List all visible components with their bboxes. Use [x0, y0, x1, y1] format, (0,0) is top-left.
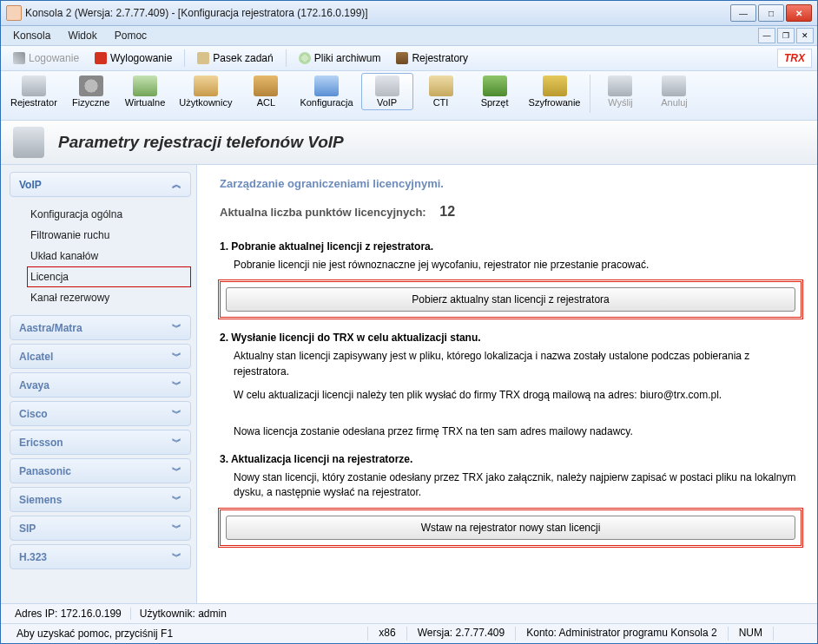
config-icon	[314, 76, 339, 96]
sidebar-item-filtrowanie-ruchu[interactable]: Filtrowanie ruchu	[27, 225, 191, 246]
menu-konsola[interactable]: Konsola	[4, 28, 59, 43]
status-numlock: NUM	[729, 627, 773, 641]
chevron-down-icon: ︾	[172, 550, 181, 563]
tab-rejestrator[interactable]: Rejestrator	[4, 73, 63, 110]
info-user: Użytkownik: admin	[131, 608, 235, 620]
sidebar-group-voip[interactable]: VoIP ︽	[10, 172, 191, 197]
maximize-button[interactable]: □	[758, 4, 784, 22]
content-area: Zarządzanie ograniczeniami licencyjnymi.…	[197, 165, 817, 603]
chevron-down-icon: ︾	[172, 350, 181, 363]
sidebar-item-licencja[interactable]: Licencja	[27, 266, 191, 287]
sidebar-group-alcatel[interactable]: Alcatel︾	[10, 344, 191, 369]
toolbar-primary: Logowanie Wylogowanie Pasek zadań Pliki …	[1, 46, 817, 71]
sidebar: VoIP ︽ Konfiguracja ogólna Filtrowanie r…	[1, 165, 197, 603]
tab-konfiguracja[interactable]: Konfiguracja	[294, 73, 359, 110]
chevron-down-icon: ︾	[172, 321, 181, 334]
stop-icon	[95, 52, 107, 64]
sidebar-group-aastra[interactable]: Aastra/Matra︾	[10, 315, 191, 340]
tab-uzytkownicy[interactable]: Użytkownicy	[173, 73, 238, 110]
users-icon	[194, 76, 218, 96]
sidebar-group-avaya[interactable]: Avaya︾	[10, 372, 191, 398]
separator	[590, 75, 590, 113]
license-count-value: 12	[439, 204, 455, 220]
highlight-frame: Wstaw na rejestrator nowy stan licencji	[220, 509, 802, 546]
mdi-minimize-button[interactable]: —	[758, 28, 775, 43]
tab-acl[interactable]: ACL	[240, 73, 292, 110]
menu-widok[interactable]: Widok	[59, 28, 105, 43]
status-bar: Aby uzyskać pomoc, przyciśnij F1 x86 Wer…	[1, 623, 817, 643]
sidebar-item-konfiguracja-ogolna[interactable]: Konfiguracja ogólna	[27, 204, 191, 225]
chevron-down-icon: ︾	[172, 493, 181, 506]
content-subtitle: Zarządzanie ograniczeniami licencyjnymi.	[220, 177, 802, 190]
sidebar-group-ericsson[interactable]: Ericsson︾	[10, 430, 191, 455]
logout-button[interactable]: Wylogowanie	[88, 50, 179, 66]
close-button[interactable]: ✕	[786, 4, 812, 22]
status-resize-grip[interactable]	[774, 627, 812, 641]
sidebar-item-uklad-kanalow[interactable]: Układ kanałów	[27, 246, 191, 266]
recorder-icon	[22, 76, 46, 96]
tab-voip[interactable]: VoIP	[361, 73, 413, 110]
sidebar-item-kanal-rezerwowy[interactable]: Kanał rezerwowy	[27, 287, 191, 308]
section-text: Aktualny stan licencji zapisywany jest w…	[234, 349, 802, 379]
taskbar-button[interactable]: Pasek zadań	[190, 50, 280, 66]
section-title: 2. Wysłanie licencji do TRX w celu aktua…	[220, 332, 802, 344]
toolbar-secondary: Rejestrator Fizyczne Wirtualne Użytkowni…	[1, 71, 817, 121]
cd-icon	[299, 52, 311, 64]
cancel-button: Anuluj	[648, 73, 700, 110]
login-label: Logowanie	[29, 52, 79, 64]
archive-files-button[interactable]: Pliki archiwum	[292, 50, 388, 66]
license-count-row: Aktualna liczba punktów licencyjnych: 12	[220, 204, 802, 220]
logout-label: Wylogowanie	[110, 52, 172, 64]
key-icon	[13, 52, 25, 64]
sidebar-group-sip[interactable]: SIP︾	[10, 516, 191, 541]
status-arch: x86	[368, 627, 406, 641]
section-title: 1. Pobranie aktualnej licencji z rejestr…	[220, 240, 802, 253]
recorder-icon	[396, 52, 408, 64]
sidebar-group-h323[interactable]: H.323︾	[10, 544, 191, 569]
mdi-close-button[interactable]: ✕	[796, 28, 814, 43]
menu-pomoc[interactable]: Pomoc	[106, 28, 155, 43]
check-icon	[608, 76, 632, 96]
tab-fizyczne[interactable]: Fizyczne	[65, 73, 117, 110]
section-text: Nowy stan licencji, który zostanie odesł…	[234, 470, 802, 501]
minimize-button[interactable]: —	[730, 4, 756, 22]
recorders-label: Rejestratory	[412, 52, 468, 64]
tab-cti[interactable]: CTI	[415, 73, 467, 110]
section-text: W celu aktualizacji licencji należy ten …	[234, 388, 802, 403]
sidebar-group-panasonic[interactable]: Panasonic︾	[10, 458, 191, 483]
separator	[286, 49, 287, 67]
highlight-frame: Pobierz aktualny stan licencji z rejestr…	[220, 281, 802, 318]
window-title: Konsola 2 (Wersja: 2.7.77.409) - [Konfig…	[25, 7, 730, 19]
section-update-license: 3. Aktualizacja licencji na rejestratorz…	[220, 453, 802, 546]
clipboard-icon	[197, 52, 209, 64]
mdi-restore-button[interactable]: ❐	[777, 28, 795, 43]
page-title: Parametry rejestracji telefonów VoIP	[58, 133, 344, 152]
menu-bar: Konsola Widok Pomoc — ❐ ✕	[1, 26, 817, 46]
section-send-license: 2. Wysłanie licencji do TRX w celu aktua…	[220, 332, 802, 439]
tab-wirtualne[interactable]: Wirtualne	[119, 73, 171, 110]
download-license-button[interactable]: Pobierz aktualny stan licencji z rejestr…	[226, 287, 795, 312]
send-button: Wyślij	[594, 73, 646, 110]
section-download-license: 1. Pobranie aktualnej licencji z rejestr…	[220, 240, 802, 318]
page-header: Parametry rejestracji telefonów VoIP	[1, 121, 817, 165]
chevron-down-icon: ︾	[172, 378, 181, 391]
trx-logo: TRX	[777, 49, 812, 68]
archive-files-label: Pliki archiwum	[314, 52, 381, 64]
status-version: Wersja: 2.7.77.409	[407, 627, 516, 641]
sidebar-group-cisco[interactable]: Cisco︾	[10, 401, 191, 426]
section-text: Nowa licencja zostanie odesłana przez fi…	[234, 424, 802, 439]
info-ip: Adres IP: 172.16.0.199	[6, 608, 131, 620]
cancel-icon	[662, 76, 686, 96]
recorders-button[interactable]: Rejestratory	[389, 50, 475, 66]
separator	[184, 49, 185, 67]
login-button[interactable]: Logowanie	[6, 50, 86, 66]
section-title: 3. Aktualizacja licencji na rejestratorz…	[220, 453, 802, 465]
sidebar-group-siemens[interactable]: Siemens︾	[10, 487, 191, 512]
tab-szyfrowanie[interactable]: Szyfrowanie	[523, 73, 587, 110]
virtual-icon	[133, 76, 157, 96]
tab-sprzet[interactable]: Sprzęt	[469, 73, 521, 110]
section-text: Pobranie licencji nie jest równoznaczne …	[234, 258, 802, 273]
sidebar-group-label: VoIP	[19, 179, 42, 191]
app-icon	[6, 5, 22, 21]
upload-license-button[interactable]: Wstaw na rejestrator nowy stan licencji	[226, 516, 795, 540]
